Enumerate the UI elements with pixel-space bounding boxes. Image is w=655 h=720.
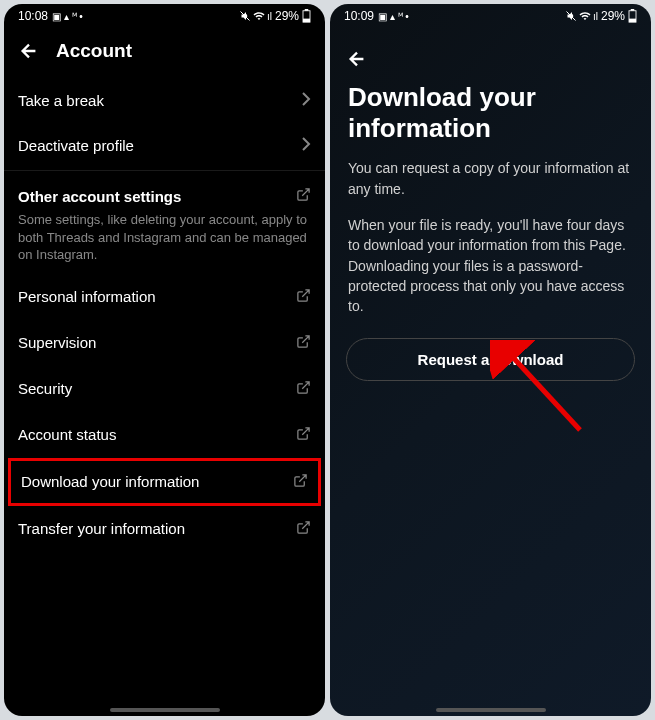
nav-indicator bbox=[110, 708, 220, 712]
svg-rect-7 bbox=[631, 9, 635, 11]
download-info-screen: 10:09 ▣ ▴ ᴹ • ıl 29% Download your infor… bbox=[330, 4, 651, 716]
section-title: Other account settings bbox=[18, 188, 181, 205]
status-system-icons: ıl bbox=[565, 10, 598, 22]
item-label: Security bbox=[18, 380, 72, 397]
status-battery: 29% bbox=[601, 9, 625, 23]
item-account-status[interactable]: Account status bbox=[4, 412, 325, 458]
item-personal-information[interactable]: Personal information bbox=[4, 274, 325, 320]
external-link-icon bbox=[296, 380, 311, 398]
battery-icon bbox=[628, 9, 637, 23]
status-notif-icons: ▣ ▴ ᴹ • bbox=[52, 11, 83, 22]
status-time: 10:09 bbox=[344, 9, 374, 23]
item-take-a-break[interactable]: Take a break bbox=[4, 78, 325, 123]
page-header bbox=[330, 28, 651, 82]
back-arrow-icon bbox=[346, 48, 368, 70]
item-label: Transfer your information bbox=[18, 520, 185, 537]
status-system-icons: ıl bbox=[239, 10, 272, 22]
item-transfer-information[interactable]: Transfer your information bbox=[4, 506, 325, 552]
item-label: Account status bbox=[18, 426, 116, 443]
item-label: Deactivate profile bbox=[18, 137, 134, 154]
chevron-right-icon bbox=[301, 137, 311, 154]
account-screen: 10:08 ▣ ▴ ᴹ • ıl 29% Account Take a brea… bbox=[4, 4, 325, 716]
section-description: Some settings, like deleting your accoun… bbox=[4, 211, 325, 274]
nav-indicator bbox=[436, 708, 546, 712]
external-link-icon bbox=[296, 288, 311, 306]
highlighted-item: Download your information bbox=[8, 458, 321, 506]
external-link-icon bbox=[296, 334, 311, 352]
svg-rect-6 bbox=[629, 19, 636, 23]
back-button[interactable] bbox=[346, 48, 368, 70]
status-battery: 29% bbox=[275, 9, 299, 23]
svg-rect-2 bbox=[303, 19, 310, 23]
status-bar: 10:08 ▣ ▴ ᴹ • ıl 29% bbox=[4, 4, 325, 28]
section-header: Other account settings bbox=[4, 173, 325, 211]
chevron-right-icon bbox=[301, 92, 311, 109]
external-link-icon bbox=[296, 520, 311, 538]
detail-text: When your file is ready, you'll have fou… bbox=[330, 215, 651, 332]
status-time: 10:08 bbox=[18, 9, 48, 23]
item-label: Take a break bbox=[18, 92, 104, 109]
item-deactivate-profile[interactable]: Deactivate profile bbox=[4, 123, 325, 168]
item-security[interactable]: Security bbox=[4, 366, 325, 412]
external-link-icon bbox=[293, 473, 308, 491]
back-arrow-icon bbox=[18, 40, 40, 62]
button-label: Request a download bbox=[418, 351, 564, 368]
page-header: Account bbox=[4, 28, 325, 78]
svg-rect-3 bbox=[305, 9, 309, 11]
external-link-icon bbox=[296, 426, 311, 444]
page-title: Download your information bbox=[330, 82, 651, 158]
page-title: Account bbox=[56, 40, 132, 62]
status-notif-icons: ▣ ▴ ᴹ • bbox=[378, 11, 409, 22]
intro-text: You can request a copy of your informati… bbox=[330, 158, 651, 215]
status-bar: 10:09 ▣ ▴ ᴹ • ıl 29% bbox=[330, 4, 651, 28]
back-button[interactable] bbox=[18, 40, 40, 62]
item-supervision[interactable]: Supervision bbox=[4, 320, 325, 366]
external-link-icon bbox=[296, 187, 311, 205]
item-label: Supervision bbox=[18, 334, 96, 351]
item-label: Download your information bbox=[21, 473, 199, 490]
item-label: Personal information bbox=[18, 288, 156, 305]
request-download-button[interactable]: Request a download bbox=[346, 338, 635, 381]
divider bbox=[4, 170, 325, 171]
item-download-information[interactable]: Download your information bbox=[11, 461, 318, 503]
battery-icon bbox=[302, 9, 311, 23]
